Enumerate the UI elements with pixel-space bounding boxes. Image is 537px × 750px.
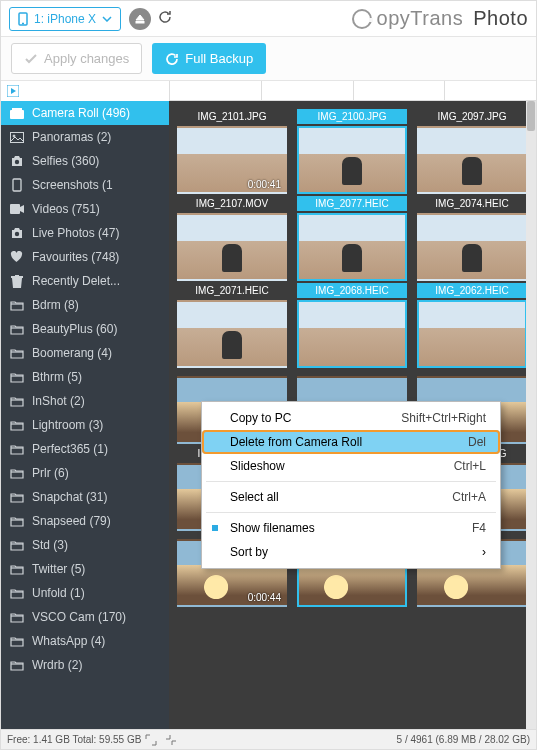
- thumb-caption: [417, 370, 527, 374]
- sidebar-item[interactable]: Prlr (6): [1, 461, 169, 485]
- sidebar: Camera Roll (496)Panoramas (2)Selfies (3…: [1, 81, 169, 731]
- album-icon: [9, 108, 24, 119]
- menu-shortcut: Ctrl+L: [454, 459, 486, 473]
- menu-item[interactable]: Show filenamesF4: [202, 516, 500, 540]
- refresh-button[interactable]: [157, 9, 173, 29]
- sidebar-item[interactable]: Perfect365 (1): [1, 437, 169, 461]
- sidebar-item[interactable]: Boomerang (4): [1, 341, 169, 365]
- action-bar: Apply changes Full Backup: [1, 37, 536, 81]
- menu-shortcut: F4: [472, 521, 486, 535]
- thumb-caption: IMG_2074.HEIC: [417, 196, 527, 211]
- sidebar-item[interactable]: Live Photos (47): [1, 221, 169, 245]
- sidebar-item[interactable]: Wrdrb (2): [1, 653, 169, 677]
- play-icon: [7, 85, 19, 97]
- folder-icon: [9, 636, 24, 647]
- thumbnail[interactable]: [417, 300, 527, 368]
- sidebar-item-label: Camera Roll (496): [32, 106, 130, 120]
- submenu-arrow-icon: ›: [482, 545, 486, 559]
- thumbnail[interactable]: [297, 126, 407, 194]
- menu-shortcut: Ctrl+A: [452, 490, 486, 504]
- menu-item[interactable]: Copy to PCShift+Ctrl+Right: [202, 406, 500, 430]
- refresh-icon: [157, 9, 173, 25]
- thumbnail[interactable]: [177, 300, 287, 368]
- thumbnail[interactable]: [297, 213, 407, 281]
- thumbnail[interactable]: [297, 300, 407, 368]
- sidebar-item-label: Unfold (1): [32, 586, 85, 600]
- folder-icon: [9, 588, 24, 599]
- menu-item[interactable]: Sort by›: [202, 540, 500, 564]
- folder-icon: [9, 444, 24, 455]
- sidebar-item[interactable]: VSCO Cam (170): [1, 605, 169, 629]
- sidebar-item-label: InShot (2): [32, 394, 85, 408]
- sidebar-item-label: WhatsApp (4): [32, 634, 105, 648]
- menu-item-label: Slideshow: [230, 459, 285, 473]
- thumb-caption: [297, 370, 407, 374]
- thumbnail[interactable]: 0:00:41: [177, 126, 287, 194]
- sidebar-item[interactable]: Favourites (748): [1, 245, 169, 269]
- svg-rect-10: [10, 204, 20, 214]
- heart-icon: [9, 251, 24, 263]
- duration-label: 0:00:41: [248, 179, 281, 190]
- sidebar-item-label: Twitter (5): [32, 562, 85, 576]
- device-selector[interactable]: 1: iPhone X: [9, 7, 121, 31]
- sidebar-item[interactable]: Camera Roll (496): [1, 101, 169, 125]
- menu-item[interactable]: SlideshowCtrl+L: [202, 454, 500, 478]
- sidebar-item[interactable]: Twitter (5): [1, 557, 169, 581]
- sidebar-item[interactable]: Unfold (1): [1, 581, 169, 605]
- apply-changes-button: Apply changes: [11, 43, 142, 74]
- sidebar-item[interactable]: Screenshots (1: [1, 173, 169, 197]
- expand-icon[interactable]: [143, 732, 159, 748]
- menu-item[interactable]: Delete from Camera RollDel: [202, 430, 500, 454]
- sidebar-item[interactable]: Snapseed (79): [1, 509, 169, 533]
- menu-shortcut: Shift+Ctrl+Right: [401, 411, 486, 425]
- sidebar-item-label: Bdrm (8): [32, 298, 79, 312]
- scrollbar-thumb[interactable]: [527, 101, 535, 131]
- thumbnail[interactable]: [417, 213, 527, 281]
- sidebar-item-label: Panoramas (2): [32, 130, 111, 144]
- thumb-caption: IMG_2077.HEIC: [297, 196, 407, 211]
- sidebar-item[interactable]: Bthrm (5): [1, 365, 169, 389]
- svg-rect-4: [10, 110, 24, 119]
- check-indicator: [212, 525, 218, 531]
- sidebar-item[interactable]: Recently Delet...: [1, 269, 169, 293]
- menu-item[interactable]: Select allCtrl+A: [202, 485, 500, 509]
- sidebar-item[interactable]: WhatsApp (4): [1, 629, 169, 653]
- play-strip[interactable]: [1, 81, 169, 101]
- thumb-caption: IMG_2097.JPG: [417, 109, 527, 124]
- thumbnail[interactable]: [177, 213, 287, 281]
- top-toolbar: 1: iPhone X opyTrans Photo: [1, 1, 536, 37]
- sidebar-item[interactable]: Bdrm (8): [1, 293, 169, 317]
- menu-item-label: Select all: [230, 490, 279, 504]
- status-storage: Free: 1.41 GB Total: 59.55 GB: [7, 734, 141, 745]
- phone-icon: [9, 178, 24, 192]
- thumb-caption: IMG_2100.JPG: [297, 109, 407, 124]
- view-controls[interactable]: [169, 81, 536, 101]
- sidebar-item[interactable]: Selfies (360): [1, 149, 169, 173]
- sidebar-item[interactable]: Snapchat (31): [1, 485, 169, 509]
- folder-icon: [9, 660, 24, 671]
- eject-button[interactable]: [129, 8, 151, 30]
- folder-icon: [9, 300, 24, 311]
- collapse-icon[interactable]: [163, 732, 179, 748]
- sidebar-item[interactable]: Videos (751): [1, 197, 169, 221]
- sidebar-item[interactable]: Lightroom (3): [1, 413, 169, 437]
- folder-icon: [9, 612, 24, 623]
- thumb-caption: IMG_2101.JPG: [177, 109, 287, 124]
- backup-icon: [165, 52, 179, 66]
- menu-item-label: Delete from Camera Roll: [230, 435, 362, 449]
- sidebar-item[interactable]: InShot (2): [1, 389, 169, 413]
- sidebar-item[interactable]: BeautyPlus (60): [1, 317, 169, 341]
- status-bar: Free: 1.41 GB Total: 59.55 GB 5 / 4961 (…: [1, 729, 536, 749]
- sidebar-item[interactable]: Std (3): [1, 533, 169, 557]
- folder-icon: [9, 348, 24, 359]
- full-backup-button[interactable]: Full Backup: [152, 43, 266, 74]
- menu-item-label: Sort by: [230, 545, 268, 559]
- sidebar-item[interactable]: Panoramas (2): [1, 125, 169, 149]
- device-label: 1: iPhone X: [34, 12, 96, 26]
- thumbnail[interactable]: [417, 126, 527, 194]
- scrollbar[interactable]: [526, 101, 536, 731]
- sidebar-item-label: Recently Delet...: [32, 274, 120, 288]
- status-selection: 5 / 4961 (6.89 MB / 28.02 GB): [397, 734, 530, 745]
- folder-icon: [9, 540, 24, 551]
- camera-icon: [9, 156, 24, 167]
